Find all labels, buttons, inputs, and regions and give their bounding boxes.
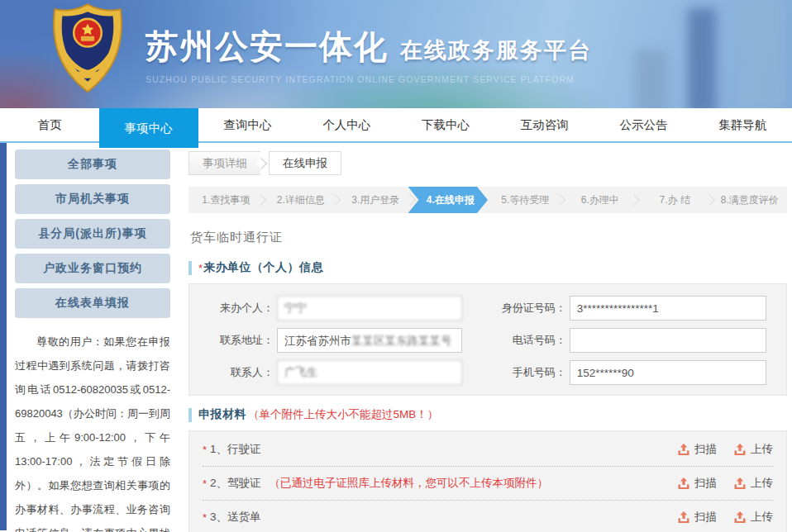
upload-button-delivery-note[interactable]: 上传 [733, 510, 773, 525]
breadcrumb-tab-online-apply[interactable]: 在线申报 [269, 151, 341, 175]
step-4: 4.在线申报 [408, 187, 489, 213]
scan-label: 扫描 [694, 476, 717, 491]
sidebar-item-online-form-filling[interactable]: 在线表单填报 [15, 288, 170, 318]
field-label-id-number: 身份证号码： [482, 301, 566, 316]
section-bar-icon [188, 261, 192, 275]
applicant-person-input[interactable] [277, 296, 462, 321]
field-label-mobile-number: 手机号码： [482, 365, 566, 380]
nav-item-home[interactable]: 首页 [0, 108, 99, 141]
sidebar-item-county-branch-matters[interactable]: 县分局(派出所)事项 [15, 219, 170, 249]
step-6: 6.办理中 [563, 187, 638, 213]
nav-item-personal-center[interactable]: 个人中心 [297, 108, 396, 141]
upload-arrow-icon [677, 511, 690, 524]
upload-arrow-icon [677, 443, 690, 456]
upload-arrow-icon [677, 477, 690, 490]
required-asterisk: * [203, 477, 207, 490]
field-label-contact-address: 联系地址： [189, 333, 274, 348]
scan-button-delivery-note[interactable]: 扫描 [677, 510, 717, 525]
material-row-delivery-note: *3、送货单扫描上传 [203, 501, 773, 532]
required-asterisk: * [203, 444, 207, 456]
step-8: 8.满意度评价 [713, 187, 788, 213]
brand-block: 苏州公安一体化 在线政务服务平台 SUZHOU PUBLIC SECURITY … [41, 2, 592, 94]
nav-item-query-center[interactable]: 查询中心 [198, 108, 298, 141]
upload-label: 上传 [751, 442, 773, 457]
site-subtitle: 在线政务服务平台 [400, 36, 592, 65]
required-asterisk: * [203, 511, 207, 524]
material-note: （已通过电子证照库上传材料，您可以不上传本项附件） [270, 476, 549, 491]
scan-button-drivers-license[interactable]: 扫描 [677, 476, 717, 491]
field-contact-person: 联系人： [189, 360, 482, 385]
upload-arrow-icon [733, 443, 747, 456]
upload-arrow-icon [733, 511, 747, 524]
section-title: 来办单位（个人）信息 [203, 260, 323, 275]
section-size-note: （单个附件上传大小不能超过5MB！） [248, 407, 438, 422]
main-nav: 首页事项中心查询中心个人中心下载中心互动咨询公示公告集群导航 [0, 108, 792, 143]
sidebar-item-all-matters[interactable]: 全部事项 [15, 150, 170, 179]
field-applicant-person: 来办个人： [189, 296, 482, 321]
materials-list: *1、行驶证扫描上传*2、驾驶证（已通过电子证照库上传材料，您可以不上传本项附件… [188, 430, 787, 532]
skyline-building [635, 50, 668, 108]
sidebar-item-city-bureau-matters[interactable]: 市局机关事项 [15, 184, 170, 214]
scan-button-vehicle-license[interactable]: 扫描 [677, 442, 717, 457]
nav-item-public-notice[interactable]: 公示公告 [594, 108, 694, 141]
scan-label: 扫描 [694, 442, 717, 457]
phone-number-input[interactable] [570, 328, 766, 353]
material-row-vehicle-license: *1、行驶证扫描上传 [203, 433, 773, 467]
section-header-materials: 申报材料 （单个附件上传大小不能超过5MB！） [188, 407, 787, 422]
breadcrumb: 事项详细 在线申报 [188, 151, 787, 175]
site-title: 苏州公安一体化 [146, 24, 389, 69]
mobile-number-input[interactable] [570, 360, 766, 385]
nav-item-matter-center[interactable]: 事项中心 [99, 108, 198, 148]
skyline-building [688, 8, 716, 108]
sidebar-notice: 尊敬的用户：如果您在申报过程中遇到系统问题，请拨打咨询电话0512-608200… [15, 330, 170, 532]
skyline-building [737, 0, 785, 108]
field-label-phone-number: 电话号码： [482, 333, 566, 348]
upload-button-drivers-license[interactable]: 上传 [733, 476, 773, 491]
field-phone-number: 电话号码： [482, 328, 786, 353]
field-label-applicant-person: 来办个人： [189, 301, 274, 316]
site-title-en: SUZHOU PUBLIC SECURITY INTEGRATION ONLIN… [146, 74, 592, 84]
sidebar: 全部事项市局机关事项县分局(派出所)事项户政业务窗口预约在线表单填报 尊敬的用户… [7, 143, 180, 530]
section-header-applicant: * 来办单位（个人）信息 [188, 260, 787, 275]
section-bar-icon [188, 408, 192, 422]
contact-person-input[interactable] [277, 360, 462, 385]
field-contact-address: 联系地址：江苏省苏州市某某区某东路某某号 [189, 328, 482, 353]
field-mobile-number: 手机号码： [482, 360, 786, 385]
material-label: 2、驾驶证 [210, 476, 261, 491]
left-accent-strip [0, 143, 7, 530]
page-title: 货车临时通行证 [190, 230, 787, 245]
material-label: 1、行驶证 [210, 442, 261, 457]
upload-button-vehicle-license[interactable]: 上传 [733, 442, 773, 457]
nav-item-interactive-consult[interactable]: 互动咨询 [495, 108, 594, 141]
breadcrumb-tab-detail[interactable]: 事项详细 [188, 151, 260, 175]
step-1: 1.查找事项 [188, 187, 264, 213]
step-3: 3.用户登录 [338, 187, 413, 213]
upload-label: 上传 [751, 476, 773, 491]
site-header: 苏州公安一体化 在线政务服务平台 SUZHOU PUBLIC SECURITY … [0, 0, 792, 108]
upload-arrow-icon [733, 477, 747, 490]
step-5: 5.等待受理 [488, 187, 563, 213]
nav-item-cluster-navigation[interactable]: 集群导航 [693, 108, 792, 141]
main-content: 事项详细 在线申报 1.查找事项2.详细信息3.用户登录4.在线申报5.等待受理… [180, 143, 792, 530]
applicant-form: 来办个人：身份证号码：联系地址：江苏省苏州市某某区某东路某某号电话号码：联系人：… [188, 283, 787, 396]
material-row-drivers-license: *2、驾驶证（已通过电子证照库上传材料，您可以不上传本项附件）扫描上传 [203, 467, 773, 501]
scan-label: 扫描 [694, 510, 717, 525]
material-label: 3、送货单 [210, 510, 261, 525]
field-id-number: 身份证号码： [482, 296, 786, 321]
required-asterisk: * [198, 262, 203, 274]
step-7: 7.办 结 [637, 187, 713, 213]
police-emblem-icon [41, 2, 134, 94]
sidebar-item-household-window-reservation[interactable]: 户政业务窗口预约 [15, 254, 170, 283]
contact-address-input[interactable] [277, 328, 462, 353]
section-title: 申报材料 [198, 407, 246, 422]
progress-steps: 1.查找事项2.详细信息3.用户登录4.在线申报5.等待受理6.办理中7.办 结… [188, 187, 787, 213]
upload-label: 上传 [751, 510, 773, 525]
step-2: 2.详细信息 [264, 187, 339, 213]
nav-item-download-center[interactable]: 下载中心 [396, 108, 495, 141]
id-number-input[interactable] [570, 296, 766, 321]
field-label-contact-person: 联系人： [189, 365, 274, 380]
